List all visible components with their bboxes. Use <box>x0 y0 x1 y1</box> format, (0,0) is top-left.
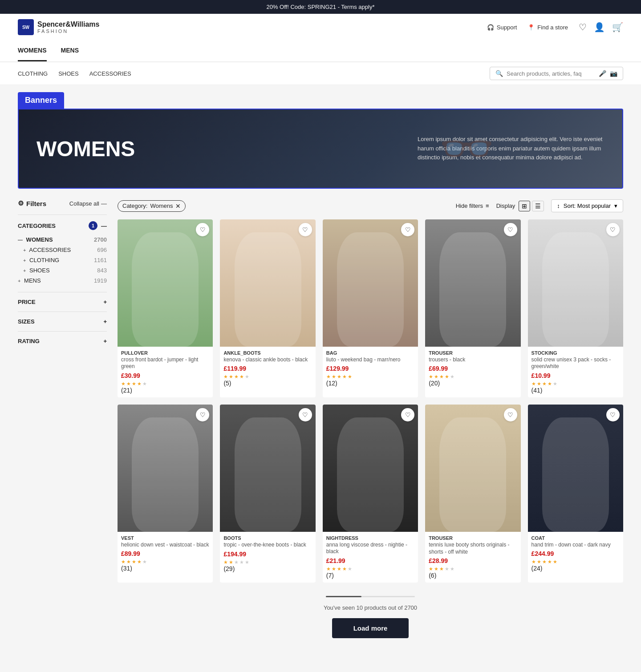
sort-chevron-icon: ▾ <box>614 202 617 209</box>
progress-bar-wrapper <box>326 596 415 597</box>
wishlist-button-4[interactable]: ♡ <box>606 223 620 236</box>
category-mens[interactable]: + MENS 1919 <box>18 275 107 286</box>
product-name: kenova - classic ankle boots - black <box>223 356 312 364</box>
product-card[interactable]: ♡ TROUSER tennis luxe booty shorts origi… <box>425 405 520 583</box>
sort-button[interactable]: ↕ Sort: Most popular ▾ <box>551 199 623 212</box>
nav-item-mens[interactable]: MENS <box>61 40 79 61</box>
product-card[interactable]: ♡ ANKLE_BOOTS kenova - classic ankle boo… <box>220 219 315 397</box>
active-filter-tag[interactable]: Category: Womens ✕ <box>118 200 186 212</box>
review-count: (5) <box>223 380 231 387</box>
grid-view-button[interactable]: ⊞ <box>519 201 530 211</box>
wishlist-button-6[interactable]: ♡ <box>299 408 312 421</box>
product-price: £89.99 <box>121 550 209 557</box>
wishlist-button[interactable]: ♡ <box>579 22 587 32</box>
product-info: ANKLE_BOOTS kenova - classic ankle boots… <box>220 347 315 391</box>
wishlist-button-7[interactable]: ♡ <box>401 408 414 421</box>
product-image: ♡ <box>220 219 315 347</box>
stars: ★★★★★ <box>429 566 517 572</box>
product-type: BAG <box>326 350 414 356</box>
collapse-all-button[interactable]: Collapse all — <box>69 200 107 207</box>
nav-link-womens[interactable]: WOMENS <box>18 40 47 61</box>
promo-bar: 20% Off! Code: SPRING21 - Terms apply* <box>0 0 641 14</box>
search-input[interactable] <box>507 70 595 77</box>
category-shoes[interactable]: + SHOES 843 <box>23 265 107 275</box>
product-type: TROUSER <box>429 350 517 356</box>
product-name: trousers - black <box>429 356 517 364</box>
rating-expand-icon: + <box>103 338 107 344</box>
search-icon: 🔍 <box>495 70 503 77</box>
product-price: £28.99 <box>429 557 517 564</box>
subnav-shoes[interactable]: SHOES <box>58 70 79 77</box>
wishlist-button-3[interactable]: ♡ <box>504 223 517 236</box>
active-filter-label: Category: <box>122 202 147 209</box>
sort-icon: ↕ <box>557 202 560 209</box>
location-icon: 📍 <box>527 24 535 31</box>
price-header[interactable]: PRICE + <box>18 299 107 305</box>
account-button[interactable]: 👤 <box>594 22 605 32</box>
progress-info: You've seen 10 products out of 2700 <box>118 604 623 611</box>
wishlist-button-0[interactable]: ♡ <box>196 223 209 236</box>
load-more-button[interactable]: Load more <box>332 618 409 638</box>
subnav-accessories[interactable]: ACCESSORIES <box>89 70 131 77</box>
main-nav: WOMENS MENS <box>0 40 641 62</box>
category-womens[interactable]: — WOMENS 2700 <box>18 235 107 245</box>
product-card[interactable]: ♡ VEST helionic down vest - waistcoat - … <box>118 405 213 583</box>
sub-nav: CLOTHING SHOES ACCESSORIES 🔍 🎤 📷 <box>0 62 641 85</box>
rating-label: RATING <box>18 338 40 344</box>
wishlist-button-9[interactable]: ♡ <box>606 408 620 421</box>
hero-face-overlay: 👓 <box>422 109 511 188</box>
product-name: tropic - over-the-knee boots - black <box>223 542 312 549</box>
collapse-icon: — <box>101 200 107 207</box>
product-card[interactable]: ♡ NIGHTDRESS anna long viscose dress - n… <box>323 405 418 583</box>
stars: ★★★★★ <box>121 559 209 565</box>
active-filter-value: Womens <box>150 202 173 209</box>
product-card[interactable]: ♡ BOOTS tropic - over-the-knee boots - b… <box>220 405 315 583</box>
stars: ★★★★★ <box>223 374 312 380</box>
sizes-header[interactable]: SIZES + <box>18 318 107 325</box>
product-card[interactable]: ♡ STOCKING solid crew unisex 3 pack - so… <box>528 219 623 397</box>
wishlist-button-1[interactable]: ♡ <box>299 223 312 236</box>
product-area: Category: Womens ✕ Hide filters ≡ Displa… <box>118 199 623 652</box>
product-silhouette <box>439 232 506 347</box>
category-accessories[interactable]: + ACCESSORIES 696 <box>23 245 107 255</box>
review-count: (6) <box>429 572 436 579</box>
search-bar[interactable]: 🔍 🎤 📷 <box>490 67 623 80</box>
nav-item-womens[interactable]: WOMENS <box>18 40 47 61</box>
categories-header[interactable]: CATEGORIES 1 — <box>18 221 107 230</box>
product-card[interactable]: ♡ PULLOVER cross front bardot - jumper -… <box>118 219 213 397</box>
wishlist-button-2[interactable]: ♡ <box>401 223 414 236</box>
product-card[interactable]: ♡ TROUSER trousers - black £69.99 ★★★★★ … <box>425 219 520 397</box>
review-count: (21) <box>121 387 132 394</box>
categories-label: CATEGORIES <box>18 223 56 229</box>
rating-header[interactable]: RATING + <box>18 338 107 344</box>
product-info: VEST helionic down vest - waistcoat - bl… <box>118 532 213 576</box>
logo[interactable]: SW Spencer&Williams FASHION <box>18 19 99 35</box>
wishlist-button-8[interactable]: ♡ <box>504 408 517 421</box>
brand-sub: FASHION <box>37 28 99 34</box>
camera-icon[interactable]: 📷 <box>610 70 617 77</box>
banners-label-wrapper: Banners <box>0 92 641 109</box>
remove-filter-button[interactable]: ✕ <box>175 202 181 210</box>
list-view-button[interactable]: ☰ <box>532 201 544 211</box>
product-type: COAT <box>531 535 620 541</box>
find-store-link[interactable]: 📍 Find a store <box>527 24 568 31</box>
collapse-label: Collapse all <box>69 200 99 207</box>
product-card[interactable]: ♡ BAG liuto - weekend bag - marr/nero £1… <box>323 219 418 397</box>
category-sub-list: + ACCESSORIES 696 + CLOTHING 1161 + SHOE… <box>18 245 107 275</box>
wishlist-button-5[interactable]: ♡ <box>196 408 209 421</box>
product-type: ANKLE_BOOTS <box>223 350 312 356</box>
filter-section-sizes: SIZES + <box>18 312 107 331</box>
product-card[interactable]: ♡ COAT hand trim - down coat - dark navy… <box>528 405 623 583</box>
category-clothing[interactable]: + CLOTHING 1161 <box>23 255 107 265</box>
nav-link-mens[interactable]: MENS <box>61 40 79 60</box>
mic-icon[interactable]: 🎤 <box>599 70 606 77</box>
support-link[interactable]: 🎧 Support <box>487 24 517 31</box>
filter-lines-icon: ≡ <box>486 202 489 209</box>
product-info: BOOTS tropic - over-the-knee boots - bla… <box>220 532 315 576</box>
subnav-clothing[interactable]: CLOTHING <box>18 70 48 77</box>
support-icon: 🎧 <box>487 24 494 31</box>
hide-filters-button[interactable]: Hide filters ≡ <box>456 202 489 209</box>
product-silhouette <box>132 232 199 347</box>
cart-button[interactable]: 🛒 <box>612 22 623 32</box>
progress-bar <box>326 596 361 597</box>
